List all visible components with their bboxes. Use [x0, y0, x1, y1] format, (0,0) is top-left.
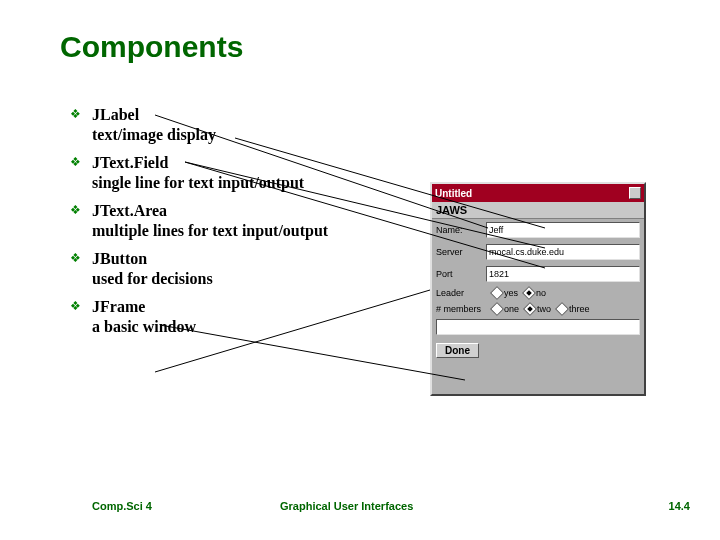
bullet-desc: a basic window	[92, 318, 196, 335]
bullet-icon: ❖	[70, 299, 81, 313]
bullet-icon: ❖	[70, 203, 81, 217]
list-item: ❖ JText.Area multiple lines for text inp…	[92, 201, 352, 241]
window-title: Untitled	[435, 188, 472, 199]
radio-icon	[490, 302, 504, 316]
radio-icon	[522, 286, 536, 300]
radio-label: two	[537, 304, 551, 314]
bullet-list: ❖ JLabel text/image display ❖ JText.Fiel…	[92, 105, 352, 345]
bullet-desc: text/image display	[92, 126, 216, 143]
jaws-window: Untitled JAWS Name: Jeff Server mocal.cs…	[430, 182, 646, 396]
window-control-icon[interactable]	[629, 187, 641, 199]
bullet-desc: multiple lines for text input/output	[92, 222, 328, 239]
radio-option-yes[interactable]: yes	[492, 288, 518, 298]
slide-title: Components	[60, 30, 243, 64]
radio-label: three	[569, 304, 590, 314]
bullet-desc: single line for text input/output	[92, 174, 304, 191]
bullet-desc: used for decisions	[92, 270, 213, 287]
message-textarea[interactable]	[436, 319, 640, 335]
bullet-head: JLabel	[92, 106, 139, 123]
bullet-head: JText.Area	[92, 202, 167, 219]
field-label: Name:	[436, 225, 486, 235]
bullet-icon: ❖	[70, 251, 81, 265]
radio-icon	[555, 302, 569, 316]
list-item: ❖ JFrame a basic window	[92, 297, 352, 337]
radio-option-two[interactable]: two	[525, 304, 551, 314]
bullet-head: JFrame	[92, 298, 145, 315]
field-label: # members	[436, 304, 486, 314]
radio-label: one	[504, 304, 519, 314]
window-titlebar: Untitled	[432, 184, 644, 202]
bullet-head: JButton	[92, 250, 147, 267]
name-input[interactable]: Jeff	[486, 222, 640, 238]
footer-right: 14.4	[669, 500, 690, 512]
field-label: Server	[436, 247, 486, 257]
field-label: Leader	[436, 288, 486, 298]
list-item: ❖ JText.Field single line for text input…	[92, 153, 352, 193]
radio-row: # members one two three	[432, 301, 644, 317]
footer-left: Comp.Sci 4	[92, 500, 152, 512]
list-item: ❖ JButton used for decisions	[92, 249, 352, 289]
window-header: JAWS	[432, 202, 644, 219]
radio-row: Leader yes no	[432, 285, 644, 301]
radio-icon	[523, 302, 537, 316]
form-row: Server mocal.cs.duke.edu	[432, 241, 644, 263]
bullet-icon: ❖	[70, 155, 81, 169]
radio-option-one[interactable]: one	[492, 304, 519, 314]
field-label: Port	[436, 269, 486, 279]
radio-label: no	[536, 288, 546, 298]
server-input[interactable]: mocal.cs.duke.edu	[486, 244, 640, 260]
port-input[interactable]: 1821	[486, 266, 640, 282]
bullet-head: JText.Field	[92, 154, 168, 171]
radio-label: yes	[504, 288, 518, 298]
form-row: Port 1821	[432, 263, 644, 285]
radio-option-three[interactable]: three	[557, 304, 590, 314]
bullet-icon: ❖	[70, 107, 81, 121]
footer-center: Graphical User Interfaces	[280, 500, 413, 512]
radio-icon	[490, 286, 504, 300]
list-item: ❖ JLabel text/image display	[92, 105, 352, 145]
form-row: Name: Jeff	[432, 219, 644, 241]
radio-option-no[interactable]: no	[524, 288, 546, 298]
done-button[interactable]: Done	[436, 343, 479, 358]
